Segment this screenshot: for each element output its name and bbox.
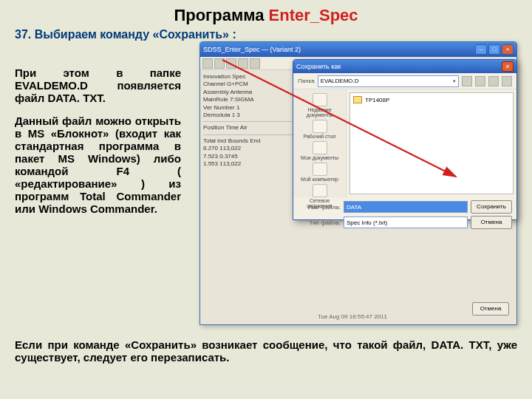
close-icon[interactable]: × (502, 61, 514, 72)
info-row: Ver Number 1 (203, 104, 301, 112)
info-row: Assembly Antenna (203, 89, 301, 96)
filetype-label: Тип файла: (298, 219, 341, 226)
maximize-button[interactable]: □ (488, 44, 500, 55)
title-prefix: Программа (174, 6, 268, 24)
page-title: Программа Enter_Spec (0, 0, 532, 28)
filename-input[interactable]: DATA (344, 201, 468, 213)
info-row: Demodula 1 3 (203, 112, 301, 119)
info-row: Channel G+PCM (203, 81, 301, 88)
save-as-dialog: Сохранить как × Папка EVALDEMO.D Недавни… (293, 59, 517, 220)
folder-icon (353, 96, 362, 103)
dialog-title: Сохранить как (296, 63, 502, 70)
toolbar-icon[interactable] (226, 58, 236, 69)
folder-label: Папка (298, 78, 315, 84)
title-program: Enter_Spec (269, 6, 358, 24)
place-mydocs[interactable]: Мои документы (297, 140, 343, 161)
cancel-button[interactable]: Отмена (471, 216, 512, 229)
place-recent[interactable]: Недавние документы (297, 92, 343, 118)
toolbar-icon[interactable] (250, 58, 260, 69)
paragraph-1: При этом в папке EVALDEMO.D появляется ф… (15, 66, 181, 104)
toolbar-icon[interactable] (202, 58, 213, 69)
folder-name: ТР1408Р (365, 97, 389, 103)
toolbar-icon[interactable] (238, 58, 248, 69)
filename-label: Имя файла: (298, 204, 341, 211)
info-row: MainRole 7:SIGMA (203, 96, 301, 103)
info-row: 7.523 0.3745 (203, 153, 301, 160)
network-icon (313, 184, 327, 197)
folder-item[interactable]: ТР1408Р (353, 96, 510, 103)
views-icon[interactable] (502, 76, 512, 86)
newfolder-icon[interactable] (488, 76, 499, 86)
place-desktop[interactable]: Рабочий стол (297, 119, 343, 140)
computer-icon (313, 163, 327, 176)
folder-value: EVALDEMO.D (321, 78, 359, 84)
documents-icon (313, 141, 327, 154)
folder-combo[interactable]: EVALDEMO.D (318, 75, 459, 87)
toolbar-icon[interactable] (214, 58, 225, 69)
paragraph-2: Данный файл можно открыть в MS «Блокнот»… (15, 115, 181, 215)
info-panel: Innovation Spec Channel G+PCM Assembly A… (200, 70, 304, 171)
info-row: Position Time Air (203, 124, 301, 132)
filetype-combo[interactable]: Spec Info (*.txt) (344, 216, 468, 228)
recent-icon (313, 93, 327, 106)
minimize-button[interactable]: – (475, 44, 487, 55)
info-row: Total Incl Bounds End (203, 137, 301, 145)
place-mycomputer[interactable]: Мой компьютер (297, 162, 343, 183)
app-titlebar[interactable]: SDSS_Enter_Spec — (Variant 2) – □ × (200, 42, 516, 57)
info-row: Innovation Spec (203, 73, 301, 81)
file-listing[interactable]: ТР1408Р (349, 92, 514, 194)
timestamp: Tue Aug 09 16:55:47 2011 (318, 313, 387, 320)
dialog-titlebar[interactable]: Сохранить как × (293, 60, 516, 73)
info-row: 1.553 113,022 (203, 160, 301, 168)
places-bar: Недавние документы Рабочий стол Мои доку… (293, 89, 347, 197)
back-icon[interactable] (462, 76, 472, 86)
footer-note: Если при команде «Сохранить» возникает с… (15, 338, 517, 364)
info-row: 8.270 113,022 (203, 145, 301, 152)
save-button[interactable]: Сохранить (471, 200, 512, 214)
desktop-icon (313, 120, 327, 133)
close-button[interactable]: × (502, 44, 514, 55)
description-text: При этом в папке EVALDEMO.D появляется ф… (15, 66, 181, 225)
up-icon[interactable] (475, 76, 485, 86)
cancel-button[interactable]: Отмена (472, 302, 509, 316)
app-title: SDSS_Enter_Spec — (Variant 2) (203, 46, 475, 53)
